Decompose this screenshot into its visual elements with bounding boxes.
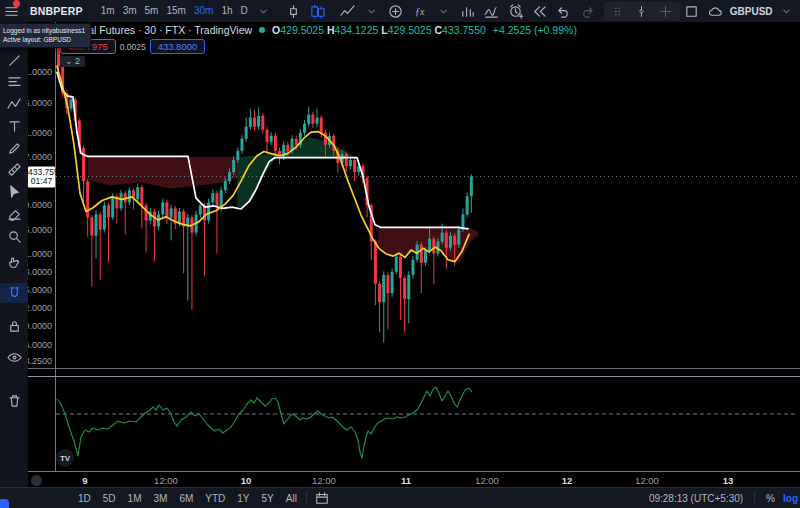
log-scale-button[interactable]: log	[783, 493, 798, 504]
candle-body	[165, 202, 168, 217]
time-tick: 13	[723, 475, 734, 486]
chart-legend[interactable]: BNB Perpetual Futures · 30 · FTX · Tradi…	[27, 24, 577, 36]
timeframe-1h[interactable]: 1h	[217, 1, 236, 21]
cloud-save-icon[interactable]	[704, 1, 728, 21]
candle-body	[353, 160, 356, 172]
chevron-down-icon[interactable]	[360, 1, 384, 21]
time-tick: 11	[401, 475, 411, 486]
pane-border	[28, 368, 800, 369]
candle-body	[232, 160, 235, 172]
redo-icon[interactable]	[576, 1, 600, 21]
help-widget[interactable]	[0, 499, 9, 508]
range-3m[interactable]: 3M	[148, 493, 174, 504]
timeframe-3m[interactable]: 3m	[119, 1, 141, 21]
candle-body	[320, 118, 323, 133]
chart-style-candle-icon[interactable]	[282, 1, 306, 21]
trash-tool[interactable]	[0, 390, 28, 410]
timeframe-5m[interactable]: 5m	[141, 1, 163, 21]
menu-button[interactable]	[0, 0, 22, 22]
candle-body	[136, 187, 139, 199]
candle-body	[224, 181, 227, 190]
candle-body	[432, 239, 435, 254]
fx-icon[interactable]: ƒx	[408, 1, 432, 21]
toolbar-icons-group: ƒx	[336, 0, 600, 22]
candle-body	[140, 187, 143, 205]
timeframe-menu-icon[interactable]	[252, 1, 276, 21]
chart-canvas[interactable]	[0, 0, 800, 508]
change-value: +4.2525 (+0.99%)	[493, 24, 577, 36]
chart-style-candles-icon[interactable]	[306, 1, 330, 21]
legend-collapse-chip[interactable]: ⌄ 2	[60, 56, 85, 67]
time-tick: 12:00	[475, 475, 499, 486]
axis-corner-badge	[31, 475, 42, 486]
candle-body	[420, 245, 423, 263]
plus-circle-icon[interactable]	[384, 1, 408, 21]
range-5d[interactable]: 5D	[97, 493, 122, 504]
candle-body	[386, 275, 389, 293]
symbol-button[interactable]: BNBPERP	[22, 5, 91, 17]
range-6m[interactable]: 6M	[173, 493, 199, 504]
candle-body	[274, 136, 277, 151]
alarm-plus-icon[interactable]	[504, 1, 528, 21]
drag-handle-icon[interactable]	[606, 1, 630, 21]
candle-body	[307, 115, 310, 124]
range-1d[interactable]: 1D	[72, 493, 97, 504]
range-1m[interactable]: 1M	[122, 493, 148, 504]
template-wave-icon[interactable]	[480, 1, 504, 21]
buy-button[interactable]: 433.8000	[150, 39, 206, 54]
brush-tool[interactable]	[0, 138, 28, 158]
magnifier-tool[interactable]	[0, 226, 28, 246]
vertical-line-tool-icon[interactable]	[630, 1, 654, 21]
layout-menu-icon[interactable]	[775, 1, 799, 21]
pane-separator[interactable]	[28, 376, 800, 377]
active-layout-label[interactable]: GBPUSD	[730, 6, 773, 17]
candle-body	[257, 116, 260, 127]
range-ytd[interactable]: YTD	[199, 493, 231, 504]
candle-body	[70, 99, 73, 108]
candle-body	[178, 211, 181, 223]
hand-tool[interactable]	[0, 252, 28, 272]
oscillator-line	[57, 387, 472, 458]
time-tick: 10	[241, 475, 252, 486]
candle-body	[228, 172, 231, 181]
cross-tool-icon[interactable]	[654, 1, 678, 21]
magnet-tool[interactable]	[0, 283, 28, 303]
favorites-toolbar	[604, 2, 680, 20]
candle-body	[395, 257, 398, 272]
timeframe-15m[interactable]: 15m	[162, 1, 189, 21]
range-1y[interactable]: 1Y	[231, 493, 255, 504]
template-bars-icon[interactable]	[456, 1, 480, 21]
ruler-tool[interactable]	[0, 159, 28, 179]
percent-scale-button[interactable]: %	[766, 493, 775, 504]
candle-body	[466, 196, 469, 214]
fib-lines-tool[interactable]	[0, 72, 28, 92]
candle-body	[428, 239, 431, 251]
range-group: 1D5D1M3M6MYTD1Y5YAll	[72, 493, 303, 504]
eye-tool[interactable]	[0, 347, 28, 367]
clock-label[interactable]: 09:28:13 (UTC+5:30)	[649, 493, 743, 504]
pattern-tool[interactable]	[0, 94, 28, 114]
candle-body	[245, 127, 248, 139]
go-to-date-icon[interactable]	[310, 488, 334, 508]
candle-body	[295, 139, 298, 145]
eraser-tool[interactable]	[0, 203, 28, 223]
timeframe-D[interactable]: D	[237, 1, 252, 21]
replay-rewind-icon[interactable]	[528, 1, 552, 21]
bar-countdown: 01:47	[28, 177, 55, 187]
range-5y[interactable]: 5Y	[256, 493, 280, 504]
undo-icon[interactable]	[552, 1, 576, 21]
text-tool-tool[interactable]	[0, 116, 28, 136]
chevron-down-icon[interactable]	[432, 1, 456, 21]
trend-line-tool[interactable]	[0, 50, 28, 70]
timeframe-30m[interactable]: 30m	[190, 1, 217, 21]
candle-body	[445, 233, 448, 248]
range-all[interactable]: All	[280, 493, 303, 504]
zigzag-icon[interactable]	[336, 1, 360, 21]
cursor-arrow-tool[interactable]	[0, 181, 28, 201]
lock-tool[interactable]	[0, 315, 28, 335]
price-axis[interactable]: 456.0000451.0000446.0000441.0000437.0000…	[28, 22, 56, 471]
candle-body	[449, 236, 452, 248]
candle-body	[345, 154, 348, 166]
layout-select-icon[interactable]	[680, 1, 704, 21]
timeframe-1m[interactable]: 1m	[97, 1, 119, 21]
